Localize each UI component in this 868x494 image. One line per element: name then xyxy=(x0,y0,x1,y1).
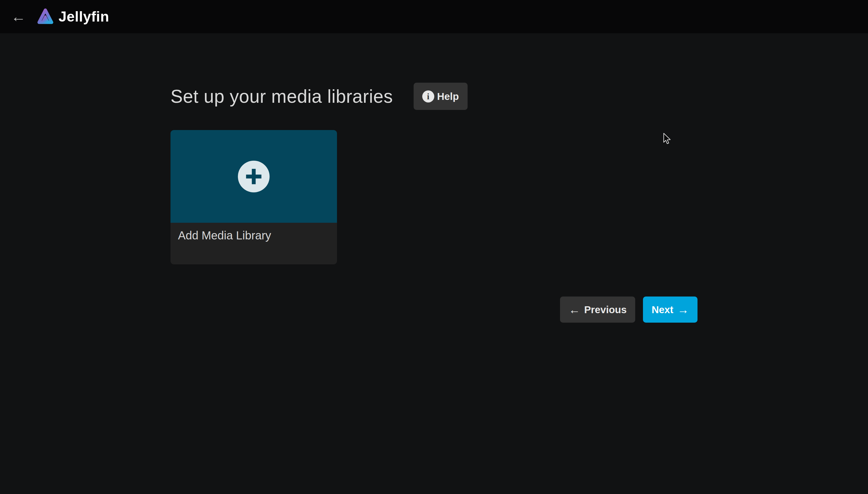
previous-button[interactable]: ← Previous xyxy=(560,297,635,323)
next-button-label: Next xyxy=(652,304,673,316)
add-media-library-label: Add Media Library xyxy=(178,229,271,242)
app-title: Jellyfin xyxy=(59,8,109,25)
title-row: Set up your media libraries i Help xyxy=(171,83,697,110)
wizard-nav: ← Previous Next → xyxy=(171,297,697,323)
top-bar: ← Jellyfin xyxy=(0,0,868,33)
back-button[interactable]: ← xyxy=(7,6,29,27)
next-button[interactable]: Next → xyxy=(643,297,697,323)
plus-circle-icon xyxy=(237,160,270,193)
help-button[interactable]: i Help xyxy=(413,83,468,110)
jellyfin-logo: Jellyfin xyxy=(37,7,109,26)
add-media-library-card[interactable]: Add Media Library xyxy=(171,130,337,264)
add-media-library-card-image xyxy=(171,130,337,223)
jellyfin-logo-icon xyxy=(37,7,54,26)
previous-button-label: Previous xyxy=(584,304,626,316)
add-media-library-card-footer: Add Media Library xyxy=(171,223,337,264)
info-icon: i xyxy=(422,90,434,102)
library-card-grid: Add Media Library xyxy=(171,130,697,264)
help-button-label: Help xyxy=(437,91,459,102)
page-title: Set up your media libraries xyxy=(171,86,393,107)
arrow-left-icon: ← xyxy=(568,304,580,316)
wizard-page: Set up your media libraries i Help Add M… xyxy=(171,33,697,323)
arrow-right-icon: → xyxy=(677,304,689,316)
arrow-left-icon: ← xyxy=(11,9,26,24)
